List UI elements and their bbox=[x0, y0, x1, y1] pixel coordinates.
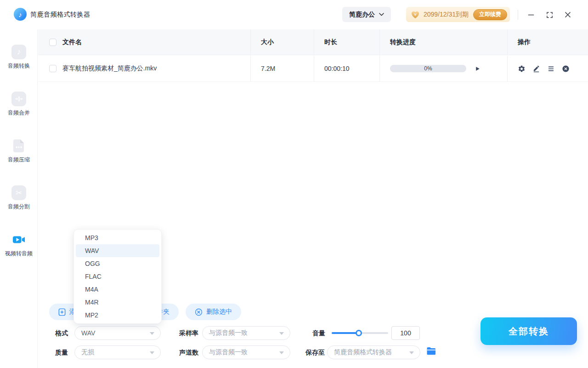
sidebar-item-label: 音频分割 bbox=[0, 203, 38, 211]
format-select[interactable]: WAV bbox=[74, 326, 161, 340]
vip-status: V 2099/12/31到期 立即续费 bbox=[406, 7, 510, 22]
format-option-mp2[interactable]: MP2 bbox=[76, 309, 159, 322]
edit-icon bbox=[532, 65, 540, 73]
sidebar-item-audio-merge[interactable]: 音频合并 bbox=[0, 92, 38, 117]
video-camera-icon bbox=[11, 232, 26, 247]
sidebar-item-video-to-audio[interactable]: 视频转音频 bbox=[0, 232, 38, 258]
remove-icon bbox=[562, 65, 570, 73]
file-duration: 00:00:10 bbox=[314, 56, 379, 81]
minimize-icon bbox=[528, 12, 534, 18]
format-value: WAV bbox=[81, 329, 95, 337]
sample-rate-value: 与源音频一致 bbox=[209, 329, 248, 337]
save-to-value: 简鹿音频格式转换器 bbox=[334, 348, 392, 356]
quality-select[interactable]: 无损 bbox=[74, 345, 161, 359]
app-window: ♪ 简鹿音频格式转换器 简鹿办公 V 2099/12/31到期 立即续费 bbox=[0, 0, 588, 368]
start-convert-button[interactable] bbox=[475, 66, 481, 72]
file-name: 赛车航拍视频素材_简鹿办公.mkv bbox=[62, 64, 157, 73]
play-icon bbox=[475, 66, 481, 72]
row-remove-button[interactable] bbox=[562, 65, 570, 73]
maximize-button[interactable] bbox=[544, 9, 555, 20]
sidebar-item-audio-convert[interactable]: ♪ 音频转换 bbox=[0, 45, 38, 70]
vip-badge-icon: V bbox=[411, 11, 420, 19]
save-to-label: 保存至 bbox=[305, 345, 325, 359]
row-detail-button[interactable] bbox=[547, 65, 555, 73]
svg-text:V: V bbox=[414, 12, 416, 16]
format-option-mp3[interactable]: MP3 bbox=[76, 231, 159, 244]
column-header-duration: 时长 bbox=[314, 29, 379, 55]
app-title: 简鹿音频格式转换器 bbox=[30, 0, 90, 29]
sidebar: ♪ 音频转换 音频合并 bbox=[0, 29, 38, 368]
scissors-icon: ✂ bbox=[11, 185, 26, 200]
sidebar-item-label: 视频转音频 bbox=[0, 250, 38, 258]
topbar-divider bbox=[518, 10, 518, 20]
format-option-flac[interactable]: FLAC bbox=[76, 270, 159, 283]
row-settings-button[interactable] bbox=[518, 65, 526, 73]
format-option-m4a[interactable]: M4A bbox=[76, 283, 159, 296]
sidebar-item-label: 音频转换 bbox=[0, 62, 38, 70]
close-icon bbox=[565, 12, 571, 18]
delete-selected-button[interactable]: 删除选中 bbox=[186, 304, 241, 320]
volume-label: 音量 bbox=[312, 326, 325, 340]
renew-now-button[interactable]: 立即续费 bbox=[473, 9, 507, 20]
sidebar-item-label: 音频合并 bbox=[0, 109, 38, 117]
table-header: 文件名 大小 时长 转换进度 操作 bbox=[38, 29, 588, 55]
format-option-ogg[interactable]: OGG bbox=[76, 257, 159, 270]
format-label: 格式 bbox=[55, 326, 68, 340]
sample-rate-label: 采样率 bbox=[179, 326, 198, 340]
sample-rate-select[interactable]: 与源音频一致 bbox=[202, 326, 290, 340]
minimize-button[interactable] bbox=[526, 9, 537, 20]
close-button[interactable] bbox=[562, 9, 573, 20]
channels-select[interactable]: 与源音频一致 bbox=[202, 345, 290, 359]
volume-input[interactable]: 100 bbox=[391, 326, 420, 340]
volume-slider-handle[interactable] bbox=[356, 330, 362, 336]
progress-bar: 0% bbox=[390, 65, 466, 72]
progress-value: 0% bbox=[424, 65, 432, 72]
vip-expiry-date: 2099/12/31到期 bbox=[424, 11, 469, 19]
office-menu-button[interactable]: 简鹿办公 bbox=[342, 7, 391, 22]
save-to-select[interactable]: 简鹿音频格式转换器 bbox=[327, 345, 420, 359]
column-header-progress: 转换进度 bbox=[379, 29, 507, 55]
chevron-down-icon bbox=[379, 13, 384, 16]
channels-value: 与源音频一致 bbox=[209, 348, 248, 356]
format-option-m4r[interactable]: M4R bbox=[76, 296, 159, 309]
volume-slider[interactable] bbox=[332, 332, 388, 334]
app-logo-icon: ♪ bbox=[14, 8, 27, 21]
row-rename-button[interactable] bbox=[532, 65, 540, 73]
select-all-checkbox[interactable] bbox=[49, 39, 57, 46]
row-checkbox[interactable] bbox=[49, 65, 57, 72]
top-bar: ♪ 简鹿音频格式转换器 简鹿办公 V 2099/12/31到期 立即续费 bbox=[0, 0, 588, 29]
add-file-icon bbox=[58, 308, 66, 316]
format-dropdown-menu: MP3 WAV OGG FLAC M4A M4R MP2 bbox=[74, 229, 162, 324]
maximize-icon bbox=[546, 12, 553, 18]
gear-icon bbox=[518, 65, 526, 73]
compressed-file-icon bbox=[11, 138, 26, 153]
quality-value: 无损 bbox=[81, 348, 94, 356]
merge-arrows-icon bbox=[11, 92, 26, 106]
convert-all-button[interactable]: 全部转换 bbox=[481, 317, 577, 345]
format-option-wav[interactable]: WAV bbox=[76, 244, 159, 257]
channels-label: 声道数 bbox=[179, 345, 198, 359]
column-header-size: 大小 bbox=[250, 29, 314, 55]
table-row: 赛车航拍视频素材_简鹿办公.mkv 7.2M 00:00:10 0% bbox=[38, 56, 588, 82]
detail-icon bbox=[547, 65, 555, 73]
sidebar-item-audio-split[interactable]: ✂ 音频分割 bbox=[0, 185, 38, 211]
volume-slider-fill bbox=[332, 332, 359, 334]
music-note-icon: ♪ bbox=[11, 45, 26, 59]
sidebar-item-label: 音频压缩 bbox=[0, 156, 38, 164]
folder-icon bbox=[426, 347, 436, 356]
sidebar-item-audio-compress[interactable]: 音频压缩 bbox=[0, 138, 38, 164]
quality-label: 质量 bbox=[55, 345, 68, 359]
circle-x-icon bbox=[195, 308, 203, 316]
delete-selected-label: 删除选中 bbox=[206, 308, 232, 316]
file-size: 7.2M bbox=[250, 56, 314, 81]
open-folder-button[interactable] bbox=[426, 347, 436, 356]
office-menu-label: 简鹿办公 bbox=[349, 11, 375, 19]
column-header-actions: 操作 bbox=[507, 29, 588, 55]
column-header-filename: 文件名 bbox=[62, 38, 82, 46]
